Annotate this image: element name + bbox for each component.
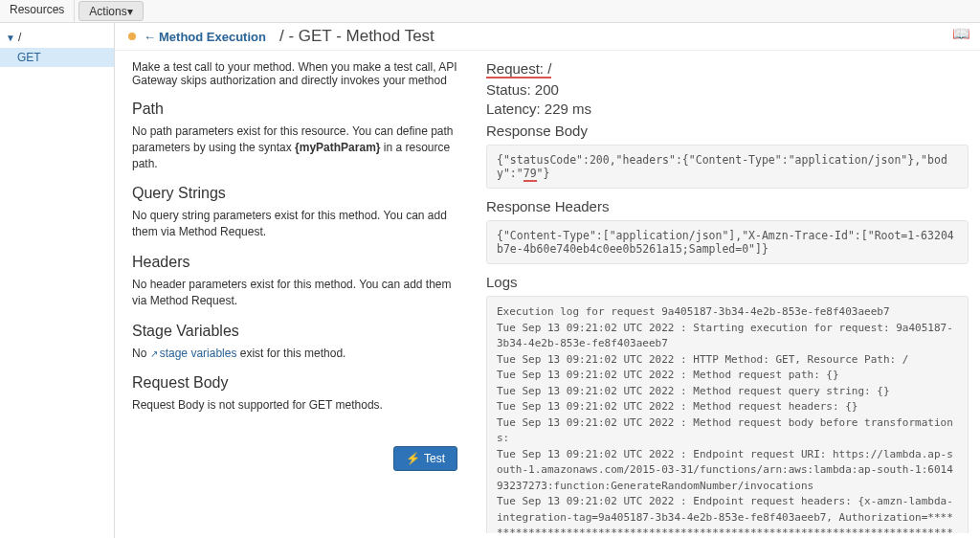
headers-text: No header parameters exist for this meth… xyxy=(132,277,457,309)
path-text: No path parameters exist for this resour… xyxy=(132,123,457,171)
latency-line: Latency: 229 ms xyxy=(486,101,969,117)
external-link-icon: ↗ xyxy=(150,348,158,359)
request-line: Request: / xyxy=(486,60,969,78)
path-heading: Path xyxy=(132,101,457,118)
logs-content: Execution log for request 9a405187-3b34-… xyxy=(486,296,969,533)
test-button[interactable]: ⚡Test xyxy=(393,446,457,471)
request-body-text: Request Body is not supported for GET me… xyxy=(132,397,457,414)
book-icon[interactable]: 📖 xyxy=(952,25,970,42)
caret-down-icon: ▼ xyxy=(6,33,15,43)
status-line: Status: 200 xyxy=(486,81,969,98)
headers-heading: Headers xyxy=(132,254,457,271)
query-strings-heading: Query Strings xyxy=(132,185,457,202)
response-headers-heading: Response Headers xyxy=(486,198,969,214)
back-link-label: Method Execution xyxy=(159,30,266,44)
back-to-method-execution[interactable]: ←Method Execution xyxy=(144,30,266,44)
tab-resources[interactable]: Resources xyxy=(0,0,75,22)
intro-text: Make a test call to your method. When yo… xyxy=(132,60,457,87)
response-body-code: {"statusCode":200,"headers":{"Content-Ty… xyxy=(486,145,969,189)
test-button-label: Test xyxy=(424,452,445,465)
breadcrumb: ←Method Execution / - GET - Method Test … xyxy=(115,23,980,51)
page-title: / - GET - Method Test xyxy=(279,27,434,46)
resource-tree: ▼/ GET xyxy=(0,23,115,538)
lightning-icon: ⚡ xyxy=(406,452,420,465)
warning-dot-icon xyxy=(128,33,136,40)
response-headers-code: {"Content-Type":["application/json"],"X-… xyxy=(486,220,969,264)
arrow-left-icon: ← xyxy=(144,30,156,44)
tree-method-get[interactable]: GET xyxy=(0,48,114,67)
tree-root-label: / xyxy=(18,31,21,44)
query-strings-text: No query string parameters exist for thi… xyxy=(132,208,457,240)
tree-root[interactable]: ▼/ xyxy=(0,29,114,46)
logs-heading: Logs xyxy=(486,274,969,290)
chevron-down-icon: ▾ xyxy=(127,5,133,18)
request-body-heading: Request Body xyxy=(132,374,457,392)
stage-variables-link[interactable]: stage variables xyxy=(160,347,237,360)
response-body-heading: Response Body xyxy=(486,123,969,139)
actions-dropdown[interactable]: Actions▾ xyxy=(78,1,143,21)
stage-variables-text: No ↗stage variables exist for this metho… xyxy=(132,346,457,362)
actions-label: Actions xyxy=(89,5,126,18)
stage-variables-heading: Stage Variables xyxy=(132,323,457,340)
